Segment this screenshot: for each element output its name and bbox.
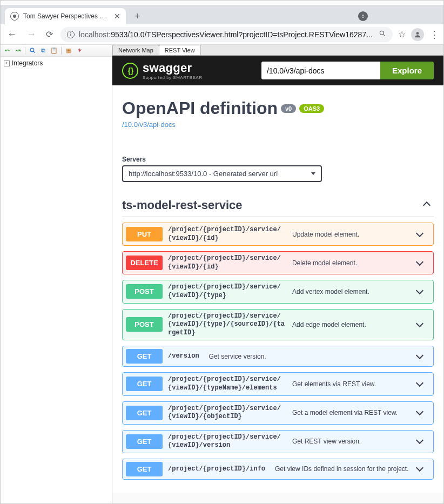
servers-label: Servers: [122, 156, 434, 163]
operation-row[interactable]: GET/project/{projectID}/service/{viewID}…: [122, 372, 434, 395]
api-docs-link[interactable]: /10.0/v3/api-docs: [122, 120, 176, 129]
tab-rest-view[interactable]: REST View: [159, 45, 201, 55]
operation-description: Add edge model element.: [292, 321, 412, 328]
explore-button[interactable]: Explore: [380, 62, 434, 79]
operation-method-badge: GET: [126, 377, 163, 391]
swagger-brand-text: swagger: [143, 61, 192, 75]
paste-icon[interactable]: 📋: [50, 46, 58, 55]
swagger-topbar: { } swagger Supported by SMARTBEAR Explo…: [112, 56, 443, 85]
address-bar[interactable]: i localhost:9533/10.0/TSPerspectivesView…: [60, 27, 393, 42]
chevron-down-icon[interactable]: [417, 352, 427, 361]
operation-method-badge: POST: [126, 317, 163, 332]
sidebar-toolbar: ⤺ ⤻ ⧉ 📋 ▦ ✶: [1, 45, 112, 57]
browser-tab-strip: Tom Sawyer Perspectives Preview ✕ +: [1, 5, 443, 24]
swagger-logo: { } swagger Supported by SMARTBEAR: [122, 61, 202, 80]
operation-description: Update model element.: [292, 231, 412, 238]
operations-list: PUT/project/{projectID}/service/{viewID}…: [122, 223, 434, 480]
operation-description: Delete model element.: [292, 259, 412, 267]
expand-icon[interactable]: +: [4, 61, 10, 66]
tab-close-icon[interactable]: ✕: [114, 12, 120, 21]
settings-icon[interactable]: ✶: [75, 46, 84, 55]
api-title: OpenAPI definition v0 OAS3: [122, 98, 434, 118]
operation-path: /project/{projectID}/service/{viewID}/{i…: [168, 254, 287, 271]
operation-description: Get service version.: [209, 353, 412, 360]
svg-point-3: [30, 48, 34, 52]
chevron-down-icon[interactable]: [417, 464, 427, 474]
swagger-brand-sub: Supported by SMARTBEAR: [143, 75, 202, 80]
browser-toolbar: ← → ⟳ i localhost:9533/10.0/TSPerspectiv…: [1, 24, 443, 45]
operation-path: /version: [168, 352, 199, 361]
operation-path: /project/{projectID}/service/{viewID}/{o…: [168, 405, 287, 421]
operation-row[interactable]: GET/versionGet service version.: [122, 346, 434, 367]
browser-tab-title: Tom Sawyer Perspectives Preview: [23, 12, 110, 20]
svg-point-2: [416, 32, 419, 35]
bookmark-icon[interactable]: ☆: [398, 29, 406, 39]
left-sidebar: ⤺ ⤻ ⧉ 📋 ▦ ✶ + Integrators: [1, 45, 112, 504]
operation-description: Get elements via REST view.: [292, 380, 412, 388]
operation-row[interactable]: GET/project/{projectID}/infoGet view IDs…: [122, 459, 434, 480]
profile-indicator[interactable]: [358, 11, 368, 21]
reload-button[interactable]: ⟳: [44, 27, 55, 42]
chevron-up-icon[interactable]: [424, 200, 434, 210]
svg-point-0: [380, 31, 384, 35]
operation-row[interactable]: DELETE/project/{projectID}/service/{view…: [122, 251, 434, 274]
operation-method-badge: GET: [126, 434, 163, 449]
project-tree: + Integrators: [1, 57, 112, 70]
chevron-down-icon[interactable]: [417, 379, 427, 389]
chevron-down-icon[interactable]: [417, 258, 427, 268]
operation-method-badge: GET: [126, 462, 163, 476]
grid-icon[interactable]: ▦: [64, 46, 73, 55]
forward-button[interactable]: →: [24, 26, 38, 42]
tab-network-map[interactable]: Network Map: [112, 45, 159, 55]
svg-line-1: [383, 34, 385, 36]
operation-method-badge: PUT: [126, 227, 163, 241]
view-tab-bar: Network Map REST View: [112, 45, 443, 56]
operation-method-badge: DELETE: [126, 256, 163, 270]
chevron-down-icon[interactable]: [417, 436, 427, 446]
tree-node-label: Integrators: [12, 59, 43, 67]
search-in-page-icon[interactable]: [379, 30, 386, 39]
redo-icon[interactable]: ⤻: [14, 46, 22, 55]
operation-path: /project/{projectID}/service/{viewID}/{t…: [168, 283, 287, 300]
servers-dropdown[interactable]: http://localhost:9533/10.0 - Generated s…: [122, 165, 322, 182]
chevron-down-icon[interactable]: [417, 408, 427, 418]
operation-method-badge: POST: [126, 284, 163, 299]
operation-path: /project/{projectID}/service/{viewID}/{t…: [168, 312, 287, 338]
operation-description: Get REST view version.: [292, 438, 412, 445]
operation-method-badge: GET: [126, 349, 163, 364]
tree-node-integrators[interactable]: + Integrators: [4, 59, 109, 68]
operation-path: /project/{projectID}/service/{viewID}/ve…: [168, 433, 287, 450]
copy-icon[interactable]: ⧉: [39, 46, 48, 55]
profile-avatar[interactable]: [411, 28, 424, 41]
version-badge: v0: [281, 104, 296, 113]
operation-row[interactable]: GET/project/{projectID}/service/{viewID}…: [122, 430, 434, 453]
svg-line-4: [33, 51, 35, 53]
api-docs-url-input[interactable]: [261, 62, 380, 79]
operation-row[interactable]: GET/project/{projectID}/service/{viewID}…: [122, 401, 434, 425]
tag-header[interactable]: ts-model-rest-service: [122, 198, 434, 217]
oas-badge: OAS3: [299, 104, 324, 113]
operation-method-badge: GET: [126, 406, 163, 420]
chevron-down-icon[interactable]: [417, 287, 427, 297]
operation-row[interactable]: POST/project/{projectID}/service/{viewID…: [122, 280, 434, 303]
chevron-down-icon[interactable]: [417, 320, 427, 330]
operation-path: /project/{projectID}/service/{viewID}/{i…: [168, 226, 287, 243]
operation-row[interactable]: POST/project/{projectID}/service/{viewID…: [122, 309, 434, 341]
operation-description: Get view IDs defined in session for the …: [275, 465, 412, 473]
operation-path: /project/{projectID}/info: [168, 465, 265, 474]
new-tab-button[interactable]: +: [131, 11, 144, 22]
undo-icon[interactable]: ⤺: [3, 46, 11, 55]
operation-description: Add vertex model element.: [292, 288, 412, 295]
site-info-icon[interactable]: i: [67, 31, 75, 38]
swagger-ui: { } swagger Supported by SMARTBEAR Explo…: [112, 56, 443, 504]
operation-description: Get a model element via REST view.: [292, 409, 412, 416]
search-icon[interactable]: [28, 46, 37, 55]
browser-menu-button[interactable]: ⋮: [429, 29, 439, 41]
operation-row[interactable]: PUT/project/{projectID}/service/{viewID}…: [122, 223, 434, 246]
operation-path: /project/{projectID}/service/{viewID}/{t…: [168, 375, 287, 392]
chevron-down-icon[interactable]: [417, 230, 427, 239]
back-button[interactable]: ←: [5, 26, 19, 42]
browser-tab[interactable]: Tom Sawyer Perspectives Preview ✕: [5, 8, 126, 24]
swagger-brace-icon: { }: [122, 63, 138, 79]
tag-name: ts-model-rest-service: [122, 198, 243, 212]
